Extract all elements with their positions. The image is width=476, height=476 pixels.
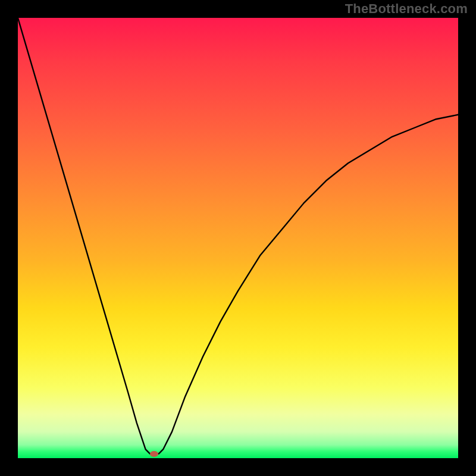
bottleneck-curve-path <box>18 18 458 454</box>
curve-svg <box>18 18 458 458</box>
plot-area <box>18 18 458 458</box>
chart-frame: TheBottleneck.com <box>0 0 476 476</box>
watermark-text: TheBottleneck.com <box>345 1 468 17</box>
optimum-marker <box>150 451 158 457</box>
